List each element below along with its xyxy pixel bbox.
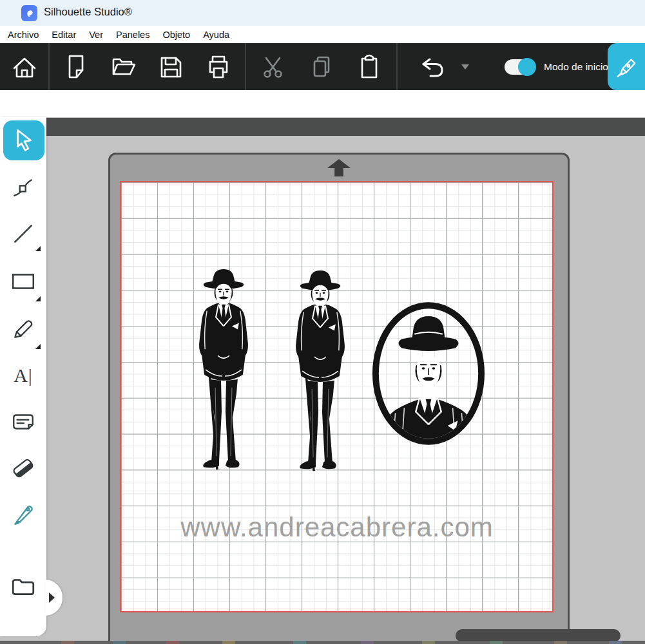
save-icon (156, 52, 186, 82)
tool-line[interactable] (0, 219, 46, 249)
paste-icon (354, 52, 384, 82)
cutting-mat[interactable]: www.andreacabrera.com (108, 153, 570, 644)
open-folder-icon (109, 52, 139, 82)
tool-select[interactable] (3, 120, 44, 160)
folder-icon (10, 574, 37, 600)
rectangle-flyout-indicator[interactable] (35, 296, 41, 301)
open-button[interactable] (102, 46, 145, 88)
text-tool-icon: A| (14, 365, 33, 386)
main-toolbar: Modo de inicio en (0, 43, 645, 90)
start-mode-toggle-area: Modo de inicio en (505, 59, 622, 75)
knife-tool-icon (11, 502, 35, 526)
canvas-top-band (0, 118, 645, 136)
tool-edit-points[interactable] (0, 172, 46, 202)
rectangle-tool-icon (10, 269, 36, 294)
vintage-man-illustration-1[interactable] (188, 267, 259, 482)
home-button[interactable] (3, 46, 46, 88)
edit-points-icon (11, 175, 35, 199)
eraser-tool-icon (11, 455, 35, 480)
workspace: www.andreacabrera.com (0, 117, 645, 644)
taskbar-strip (0, 641, 645, 644)
copy-icon (307, 52, 336, 82)
toggle-knob (518, 58, 536, 76)
menu-ver[interactable]: Ver (82, 30, 110, 40)
artwork-layer: www.andreacabrera.com (121, 182, 552, 611)
menu-paneles[interactable]: Paneles (110, 30, 156, 40)
design-pen-icon (614, 55, 639, 79)
silhouette-studio-window: Silhouette Studio® Archivo Editar Ver Pa… (0, 0, 645, 644)
pencil-tool-icon (11, 317, 35, 341)
undo-button[interactable] (410, 46, 452, 88)
window-title: Silhouette Studio® (44, 6, 132, 18)
new-document-icon (61, 52, 91, 82)
options-bar: pt (0, 90, 645, 117)
line-tool-icon (11, 222, 35, 246)
cut-icon (258, 52, 288, 82)
oval-portrait-illustration[interactable] (371, 301, 486, 446)
select-cursor-icon (12, 128, 36, 153)
mat-direction-arrow-icon (327, 159, 351, 176)
copy-button[interactable] (300, 46, 343, 88)
menu-editar[interactable]: Editar (45, 30, 82, 40)
cut-button[interactable] (252, 46, 294, 88)
home-icon (10, 52, 39, 82)
menu-archivo[interactable]: Archivo (1, 30, 45, 40)
horizontal-scrollbar[interactable] (456, 629, 621, 642)
new-document-button[interactable] (55, 46, 97, 88)
paste-button[interactable] (348, 46, 390, 88)
design-page-button[interactable] (608, 43, 645, 90)
design-page[interactable]: www.andreacabrera.com (120, 181, 554, 612)
tool-rectangle[interactable] (0, 267, 46, 296)
tool-pencil[interactable] (0, 314, 46, 344)
print-icon (204, 52, 233, 82)
start-mode-toggle[interactable] (505, 59, 535, 75)
print-button[interactable] (197, 46, 240, 88)
tool-eraser[interactable] (0, 453, 46, 482)
line-flyout-indicator[interactable] (35, 246, 41, 251)
tool-knife[interactable] (0, 499, 46, 529)
app-logo-icon (21, 5, 37, 21)
vintage-man-illustration-2[interactable] (285, 269, 356, 483)
menu-objeto[interactable]: Objeto (156, 30, 197, 40)
watermark-text: www.andreacabrera.com (147, 512, 527, 543)
title-bar: Silhouette Studio® (0, 0, 645, 26)
note-tool-icon (10, 410, 36, 434)
tool-text[interactable]: A| (0, 361, 46, 390)
expand-arrow-icon (49, 592, 55, 603)
undo-icon (416, 52, 446, 82)
pencil-flyout-indicator[interactable] (35, 344, 41, 349)
menu-bar: Archivo Editar Ver Paneles Objeto Ayuda (0, 26, 645, 43)
tools-sidebar: A| (0, 117, 46, 636)
menu-ayuda[interactable]: Ayuda (197, 30, 236, 40)
save-button[interactable] (149, 46, 192, 88)
tool-note[interactable] (0, 407, 46, 437)
tool-library-folder[interactable] (0, 572, 46, 601)
undo-dropdown-caret[interactable] (461, 64, 469, 70)
